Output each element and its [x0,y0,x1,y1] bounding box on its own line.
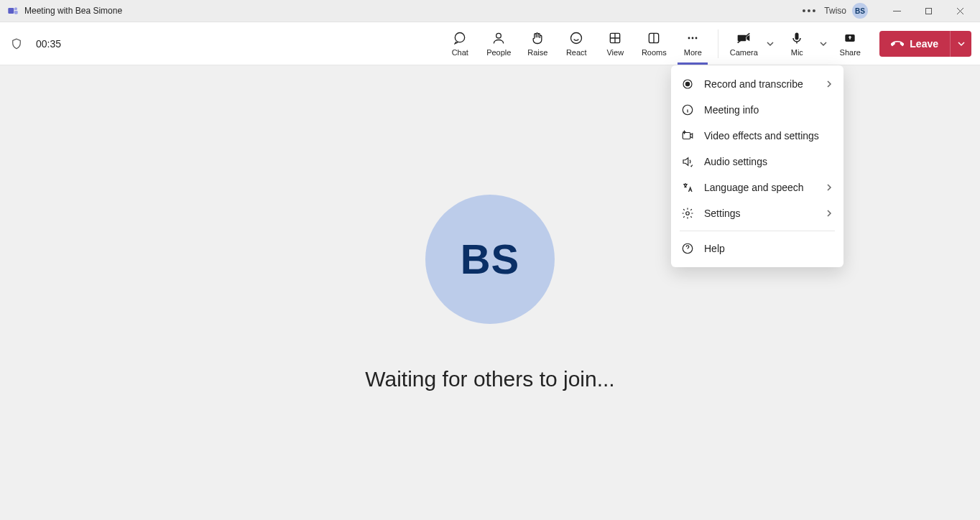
camera-options-chevron[interactable] [763,40,777,48]
meeting-toolbar: 00:35 Chat People Raise React View Rooms… [0,22,980,65]
rooms-label: Rooms [642,48,667,57]
menu-meeting-info[interactable]: Meeting info [671,97,843,123]
mic-button[interactable]: Mic [777,24,816,64]
chevron-right-icon [825,80,833,88]
raise-label: Raise [527,48,547,57]
mic-label: Mic [791,48,803,57]
svg-point-19 [686,212,690,215]
menu-separator [680,231,835,231]
rooms-button[interactable]: Rooms [634,24,673,64]
chat-button[interactable]: Chat [440,24,479,64]
leave-label: Leave [910,38,938,50]
share-label: Share [840,48,861,57]
titlebar-more-icon[interactable]: ••• [795,5,825,17]
titlebar: Meeting with Bea Simone ••• Twiso BS [0,0,980,22]
people-button[interactable]: People [479,24,518,64]
menu-help[interactable]: Help [671,236,843,261]
chat-label: Chat [452,48,468,57]
toolbar-divider [718,29,718,58]
react-label: React [566,48,587,57]
window-title: Meeting with Bea Simone [24,6,122,16]
more-button[interactable]: More [673,24,712,64]
people-label: People [486,48,511,57]
svg-rect-2 [14,11,18,14]
menu-info-label: Meeting info [704,104,833,116]
close-button[interactable] [944,0,976,22]
leave-button[interactable]: Leave [879,31,950,57]
view-button[interactable]: View [596,24,634,64]
leave-options-chevron[interactable] [950,31,971,57]
svg-point-16 [685,82,689,85]
call-timer: 00:35 [36,38,61,50]
react-button[interactable]: React [557,24,596,64]
menu-help-label: Help [704,243,833,254]
more-label: More [684,48,702,57]
menu-settings[interactable]: Settings [671,200,843,226]
menu-language-label: Language and speech [704,182,815,193]
camera-button[interactable]: Camera [724,24,763,64]
mic-options-chevron[interactable] [816,40,831,48]
menu-settings-label: Settings [704,208,815,219]
menu-video-effects[interactable]: Video effects and settings [671,123,843,149]
menu-language-speech[interactable]: Language and speech [671,175,843,200]
svg-point-6 [571,32,582,43]
camera-label: Camera [730,48,758,57]
menu-audio-label: Audio settings [704,156,833,167]
waiting-text: Waiting for others to join... [365,367,614,391]
svg-point-1 [14,7,17,10]
raise-hand-button[interactable]: Raise [518,24,557,64]
menu-record-label: Record and transcribe [704,78,815,90]
view-label: View [606,48,624,57]
maximize-button[interactable] [912,0,944,22]
menu-video-label: Video effects and settings [704,130,833,141]
minimize-button[interactable] [881,0,912,22]
shield-icon[interactable] [10,37,23,50]
svg-point-9 [688,37,690,39]
svg-rect-3 [925,8,931,14]
participant-initials: BS [461,235,520,283]
tenant-name[interactable]: Twiso [824,6,846,16]
chevron-right-icon [825,209,833,218]
chevron-right-icon [825,183,833,192]
more-menu: Record and transcribe Meeting info Video… [671,65,843,267]
svg-rect-0 [8,8,14,14]
participant-avatar: BS [425,195,555,324]
svg-point-11 [695,37,698,39]
svg-rect-13 [795,32,799,40]
svg-point-5 [496,33,501,38]
svg-point-10 [692,37,694,39]
share-button[interactable]: Share [831,24,869,64]
menu-audio-settings[interactable]: Audio settings [671,149,843,175]
menu-record-transcribe[interactable]: Record and transcribe [671,71,843,97]
user-avatar[interactable]: BS [852,3,868,19]
teams-icon [7,5,19,17]
